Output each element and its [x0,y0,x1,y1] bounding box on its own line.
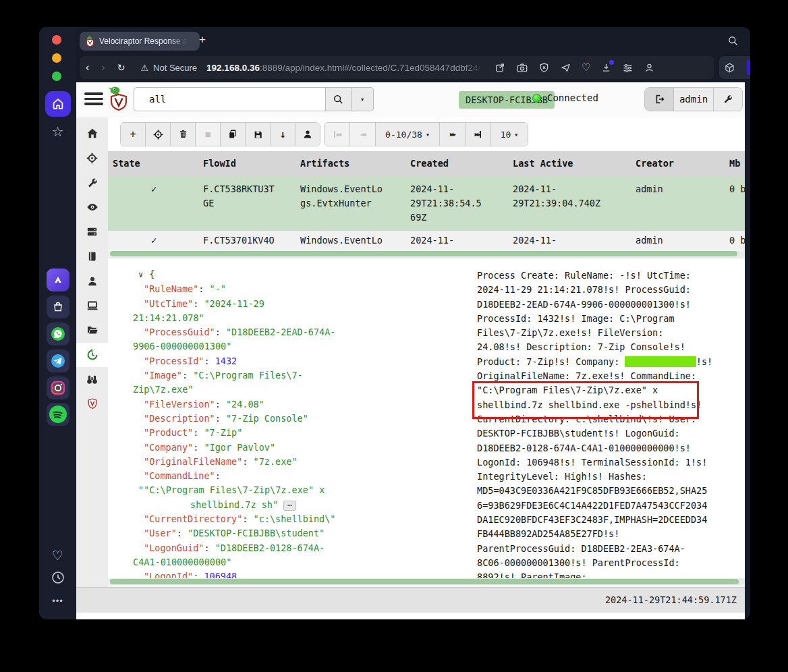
scrollbar-thumb[interactable] [110,579,739,584]
nav-collected-artifacts[interactable] [76,343,108,367]
column-header-flowid[interactable]: FlowId [203,151,300,177]
save-icon [253,130,263,140]
minimize-button[interactable] [52,53,61,63]
cell: ✓ [113,231,203,250]
app-shortcut-1[interactable] [47,269,69,291]
new-collection-button[interactable]: + [121,123,145,146]
nav-client-events[interactable] [76,367,108,391]
search-options-dropdown[interactable]: ▾ [351,87,374,111]
crosshair-icon [86,152,98,165]
nav-view-artifacts[interactable] [76,171,108,195]
shield-block-icon[interactable] [538,62,550,74]
address-bar[interactable]: ‹ › ↻ ⚠ Not Secure 192.168.0.36 :8889/ap… [80,56,714,79]
column-header-mb[interactable]: Mb [729,151,745,177]
extension-cube-icon[interactable] [724,62,735,74]
reload-icon[interactable]: ↻ [111,62,132,73]
extensions-container[interactable] [719,56,750,79]
new-tab-button[interactable]: + [196,33,209,47]
favorites-star-icon[interactable]: ☆ [39,123,76,140]
spotify-shortcut[interactable] [47,403,69,426]
url-path: :8889/app/index.html#/collected/C.71ed05… [260,63,482,73]
nav-interrogate[interactable] [76,293,108,318]
table-row[interactable]: ✓F.CT538RKTU3TGEWindows.EventLogs.EvtxHu… [108,177,745,231]
share-edit-icon[interactable] [495,62,506,74]
browser-sidebar: ☆ ♡ ••• [39,27,76,619]
browser-search-icon[interactable] [727,35,739,47]
column-header-state[interactable]: State [113,151,203,177]
delete-button[interactable] [170,123,195,146]
browser-tab[interactable]: Velociraptor Response a [80,32,200,51]
cell: 0 b [729,177,745,231]
next-page-icon: ▶▶ [450,131,455,138]
copy-icon [227,129,238,140]
prev-page-button[interactable]: ◀◀ [349,123,375,146]
next-page-button[interactable]: ▶▶ [439,123,465,146]
cell: Windows.EventLo [300,231,410,250]
downloads-icon[interactable] [600,62,612,74]
notebook-icon [86,250,98,262]
nav-vfs[interactable] [76,318,108,342]
download-results-button[interactable]: ↓ [270,123,295,146]
expand-ellipsis-button[interactable]: ⋯ [283,501,296,511]
nav-notebooks[interactable] [76,244,108,269]
stop-button[interactable]: ■ [195,123,220,146]
download-icon: ↓ [279,128,285,140]
sliders-icon[interactable] [622,62,634,74]
add-to-hunt-button[interactable] [145,123,170,146]
table-horizontal-scrollbar[interactable] [108,251,745,258]
nav-server-artifacts[interactable] [76,220,108,244]
user-settings-button[interactable] [714,88,742,111]
client-search-input[interactable] [134,87,325,111]
favorite-heart-icon[interactable]: ♡ [582,61,590,74]
velociraptor-app: ▾ DESKTOP-FCIBJBB Connected admin + ■ [76,82,745,619]
table-row[interactable]: ✓F.CT53701KV4OWindows.EventLo2024-11-202… [108,231,745,250]
maximize-button[interactable] [52,72,61,81]
telegram-shortcut[interactable] [47,349,69,372]
copy-button[interactable] [220,123,245,146]
nav-hunt-manager[interactable] [76,146,108,170]
page-size-dropdown[interactable]: 10 ▾ [490,123,528,146]
server-icon [86,225,98,238]
assign-user-button[interactable] [295,123,320,146]
hamburger-menu-icon[interactable] [84,92,103,108]
logout-button[interactable] [645,88,674,111]
whatsapp-shortcut[interactable] [47,323,69,345]
save-button[interactable] [245,123,270,146]
prev-page-icon: ◀◀ [360,131,365,138]
nav-server-events[interactable] [76,195,108,219]
more-options-icon[interactable]: ••• [39,596,76,606]
scrollbar-thumb[interactable] [110,251,737,256]
page-range-dropdown[interactable]: 0-10/38 ▾ [375,123,439,146]
cell: Windows.EventLogs.EvtxHunter [300,177,410,231]
url-host: 192.168.0.36 [206,63,260,73]
app-logo-icon [52,274,64,286]
connection-status-label: Connected [547,92,598,103]
collapse-caret-icon[interactable]: ∨ [138,270,143,279]
search-button[interactable] [325,87,351,111]
app-store-shortcut[interactable] [47,296,69,318]
close-button[interactable] [52,35,61,45]
back-icon[interactable]: ‹ [80,61,95,74]
browser-home-button[interactable] [45,91,71,117]
user-menu-group: admin [644,87,743,111]
logout-icon [653,93,665,105]
first-page-button[interactable]: ◀◀ [325,123,349,146]
nav-home[interactable] [76,121,108,146]
forward-icon[interactable]: › [95,61,111,74]
detail-horizontal-scrollbar[interactable] [108,578,745,585]
column-header-artifacts[interactable]: Artifacts [300,151,410,177]
column-header-creator[interactable]: Creator [636,151,729,177]
username-button[interactable]: admin [674,88,714,111]
history-clock-icon[interactable] [39,571,76,584]
nav-client-summary[interactable] [76,269,108,293]
instagram-shortcut[interactable] [47,376,69,399]
page-size-label: 10 [501,130,511,140]
column-header-created[interactable]: Created [410,151,513,177]
nav-velociraptor-shield[interactable] [76,391,108,416]
last-page-button[interactable]: ▶▶ [465,123,490,146]
column-header-last-active[interactable]: Last Active [513,151,636,177]
screenshot-camera-icon[interactable] [516,62,528,74]
send-icon[interactable] [560,62,571,74]
heart-sidebar-icon[interactable]: ♡ [39,548,76,563]
profile-icon[interactable] [644,62,655,74]
